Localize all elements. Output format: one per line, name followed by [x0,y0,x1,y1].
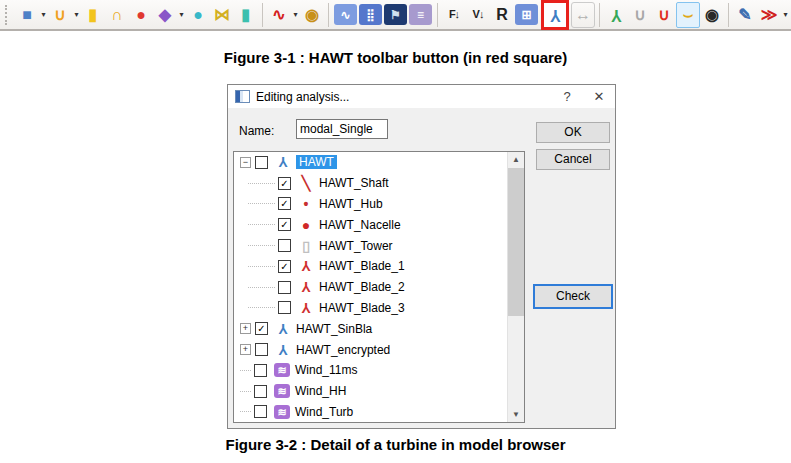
name-input[interactable] [296,119,388,139]
tree-item-label[interactable]: HAWT_Blade_2 [319,280,405,294]
tree-item-label[interactable]: HAWT_Shaft [319,176,389,190]
fit-width-button[interactable]: ↔ [571,2,595,28]
bushing-button[interactable]: ∪ [48,2,72,28]
dialog-titlebar[interactable]: Editing analysis... ? ✕ [228,85,615,108]
fit-width-icon: ↔ [575,7,591,23]
tree-item-label[interactable]: HAWT_Hub [319,197,383,211]
tree-row[interactable]: ≋Wind_11ms [234,360,524,381]
dropdown-arrow-icon[interactable]: ▾ [177,10,186,19]
spinner-button[interactable]: ◆ [153,2,177,28]
tree-item-label[interactable]: HAWT_Tower [319,239,393,253]
ok-button[interactable]: OK [536,122,610,143]
expand-toggle[interactable]: + [240,344,251,355]
tree-row[interactable]: YHAWT_Blade_3 [234,298,524,319]
tree-row[interactable]: +YHAWT_encrypted [234,339,524,360]
tree-item-label[interactable]: Wind_Turb [295,405,353,419]
compass-button[interactable]: ◉ [700,2,724,28]
checkbox[interactable] [278,281,291,294]
tree-item-label[interactable]: Wind_HH [295,384,346,398]
cancel-button[interactable]: Cancel [536,149,610,170]
scroll-up-icon[interactable]: ▲ [508,152,524,167]
dropdown-arrow-icon[interactable]: ▾ [291,10,300,19]
dropdown-arrow-icon[interactable]: ▾ [781,10,790,19]
tree-item-label[interactable]: HAWT_SinBla [296,322,372,336]
rigid-body-icon: ■ [22,7,32,23]
toolbar: ■▾∪▾▮∩●◆▾●⋈▮∿▾◉∿⣿⚑≡F↓V↓R⊞Y↔Y∪∪⌣◉✎≫▾ [0,0,791,31]
hourglass-icon: ⋈ [214,7,230,23]
model-tree[interactable]: −YHAWT✓╲HAWT_Shaft✓•HAWT_Hub✓●HAWT_Nacel… [233,151,525,423]
expand-toggle[interactable]: + [240,323,251,334]
tree-connector [248,203,275,204]
plot-animation-button[interactable]: ∿ [334,4,357,25]
checkbox[interactable]: ✓ [255,322,268,335]
bushing-icon: ∪ [54,7,66,23]
check-button[interactable]: Check [533,284,613,309]
sphere-contact-button[interactable]: ● [129,2,153,28]
dropdown-arrow-icon[interactable]: ▾ [39,10,48,19]
force-display-button[interactable]: F↓ [442,2,466,28]
path-gray-button[interactable]: ∪ [628,2,652,28]
tree-row[interactable]: +✓YHAWT_SinBla [234,318,524,339]
checkbox[interactable] [254,385,267,398]
expand-toggle[interactable]: − [240,157,251,168]
spring-button[interactable]: ∿ [267,2,291,28]
axes-tree-button[interactable]: Y [604,2,628,28]
tree-item-label[interactable]: HAWT [296,155,337,169]
tree-item-label[interactable]: HAWT_Blade_1 [319,259,405,273]
checkbox[interactable]: ✓ [278,197,291,210]
checkbox[interactable]: ✓ [278,218,291,231]
hourglass-button[interactable]: ⋈ [210,2,234,28]
hawt-button[interactable]: Y [541,0,569,30]
help-button[interactable]: ? [551,85,583,108]
tree-item-label[interactable]: Wind_11ms [295,363,357,377]
tree-scrollbar[interactable]: ▲ ▼ [507,152,524,422]
run-batch-button[interactable]: ≫ [757,2,781,28]
tree-item-label[interactable]: HAWT_encrypted [296,343,390,357]
tree-item-label[interactable]: HAWT_Nacelle [319,218,401,232]
damper-button[interactable]: ◉ [300,2,324,28]
sketch-icon: ✎ [738,7,751,23]
marker-display-button[interactable]: R [490,2,514,28]
dynamic-button[interactable]: ≡ [409,4,432,25]
grid-plot-button[interactable]: ⊞ [515,4,538,25]
report-button[interactable]: ⚑ [384,4,407,25]
tree-item-label[interactable]: HAWT_Blade_3 [319,301,405,315]
velocity-display-button[interactable]: V↓ [466,2,490,28]
path-red-button[interactable]: ∪ [652,2,676,28]
arch-joint-button[interactable]: ∩ [105,2,129,28]
checkbox[interactable] [255,343,268,356]
scroll-down-icon[interactable]: ▼ [508,407,524,422]
tree-row[interactable]: ✓YHAWT_Blade_1 [234,256,524,277]
capsule-button[interactable]: ● [186,2,210,28]
cylinder-button[interactable]: ▮ [81,2,105,28]
tree-row[interactable]: ✓╲HAWT_Shaft [234,173,524,194]
tree-row[interactable]: ▯HAWT_Tower [234,235,524,256]
checkbox[interactable] [278,301,291,314]
checkbox[interactable]: ✓ [278,260,291,273]
banana-curve-button[interactable]: ⌣ [676,2,700,28]
tree-row[interactable]: ✓●HAWT_Nacelle [234,214,524,235]
grid-plot-icon: ⊞ [521,9,531,21]
dropdown-arrow-icon[interactable]: ▾ [72,10,81,19]
banana-curve-icon: ⌣ [683,7,694,23]
pill-button[interactable]: ▮ [234,2,258,28]
tree-row[interactable]: YHAWT_Blade_2 [234,277,524,298]
tree-row[interactable]: −YHAWT [234,152,524,173]
sketch-button[interactable]: ✎ [733,2,757,28]
tree-row[interactable]: ✓•HAWT_Hub [234,194,524,215]
tree-row[interactable]: ≋Wind_Turb [234,402,524,423]
spring-icon: ∿ [272,7,285,23]
checkbox[interactable] [254,364,267,377]
plot-multiple-button[interactable]: ⣿ [359,4,382,25]
checkbox[interactable] [254,405,267,418]
checkbox[interactable] [278,239,291,252]
marker-display-icon: R [496,7,508,23]
checkbox[interactable] [255,156,268,169]
checkbox[interactable]: ✓ [278,177,291,190]
dynamic-icon: ≡ [417,9,424,21]
toolbar-drag-handle[interactable] [5,5,10,25]
tree-row[interactable]: ≋Wind_HH [234,381,524,402]
close-icon[interactable]: ✕ [583,85,615,108]
rigid-body-button[interactable]: ■ [15,2,39,28]
scrollbar-thumb[interactable] [508,168,524,316]
